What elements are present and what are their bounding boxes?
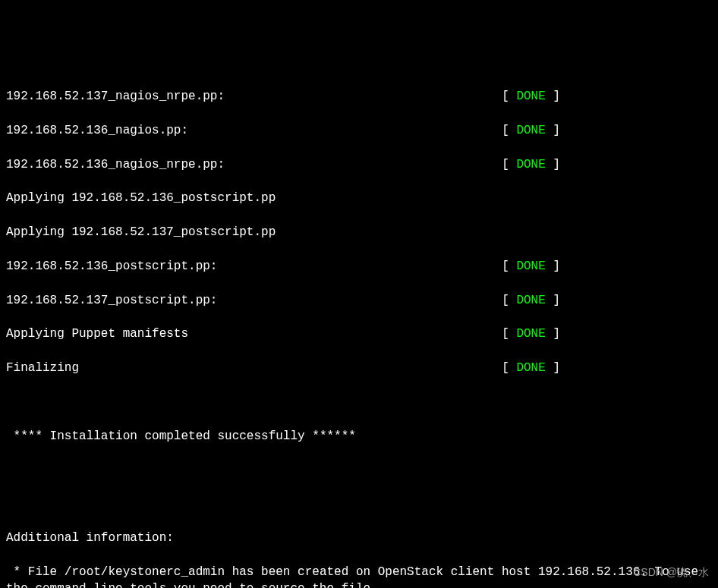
task-label: 192.168.52.137_nagios_nrpe.pp: — [6, 88, 225, 105]
task-row: 192.168.52.137_postscript.pp:[ DONE ] — [6, 292, 712, 309]
success-message: **** Installation completed successfully… — [6, 428, 712, 445]
task-label: Finalizing — [6, 360, 79, 376]
status-cell: [ DONE ] — [502, 292, 712, 309]
task-label: Applying Puppet manifests — [6, 325, 188, 342]
terminal-output: 192.168.52.137_nagios_nrpe.pp:[ DONE ] 1… — [6, 71, 712, 588]
task-label: 192.168.52.137_postscript.pp: — [6, 292, 217, 309]
status-done: DONE — [516, 294, 545, 307]
status-done: DONE — [516, 361, 545, 375]
watermark: CSDN @浇、水 — [633, 565, 709, 580]
status-done: DONE — [516, 327, 545, 341]
task-label: 192.168.52.136_nagios.pp: — [6, 122, 188, 139]
task-label: 192.168.52.136_postscript.pp: — [6, 258, 217, 275]
task-row: 192.168.52.136_postscript.pp:[ DONE ] — [6, 258, 712, 275]
additional-header: Additional information: — [6, 530, 712, 546]
status-done: DONE — [516, 124, 545, 137]
status-cell: [ DONE ] — [502, 88, 712, 105]
status-cell: [ DONE ] — [502, 325, 712, 342]
apply-line: Applying 192.168.52.137_postscript.pp — [6, 224, 712, 241]
task-row: 192.168.52.136_nagios_nrpe.pp:[ DONE ] — [6, 156, 712, 173]
status-cell: [ DONE ] — [502, 258, 712, 275]
task-row: 192.168.52.136_nagios.pp:[ DONE ] — [6, 122, 712, 139]
status-cell: [ DONE ] — [502, 360, 712, 376]
blank-line — [6, 394, 712, 410]
apply-line: Applying 192.168.52.136_postscript.pp — [6, 190, 712, 206]
status-done: DONE — [516, 259, 545, 273]
task-row: Finalizing[ DONE ] — [6, 360, 712, 376]
status-done: DONE — [516, 90, 545, 103]
status-done: DONE — [516, 158, 545, 171]
blank-line — [6, 495, 712, 512]
status-cell: [ DONE ] — [502, 156, 712, 173]
task-label: 192.168.52.136_nagios_nrpe.pp: — [6, 156, 225, 173]
status-cell: [ DONE ] — [502, 122, 712, 139]
task-row: 192.168.52.137_nagios_nrpe.pp:[ DONE ] — [6, 88, 712, 105]
info-file: * File /root/keystonerc_admin has been c… — [6, 564, 712, 588]
blank-line — [6, 462, 712, 479]
task-row: Applying Puppet manifests[ DONE ] — [6, 325, 712, 342]
